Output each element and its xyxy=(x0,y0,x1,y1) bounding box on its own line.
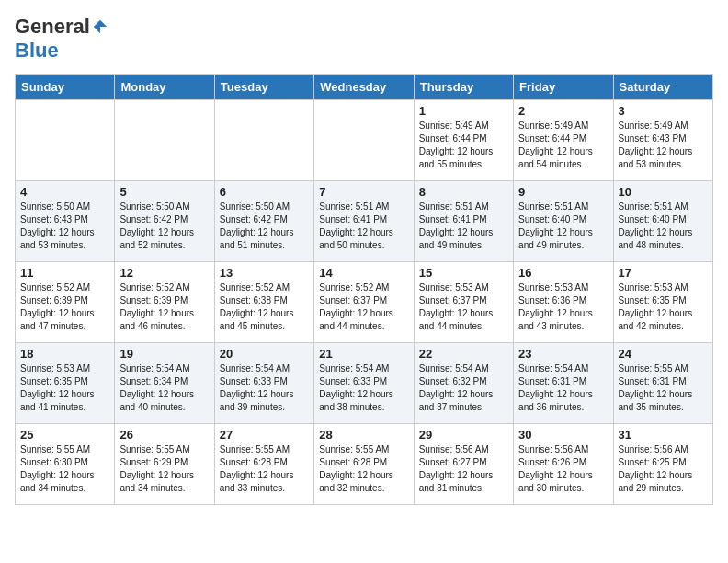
day-number: 1 xyxy=(419,104,508,118)
calendar-cell xyxy=(16,100,115,181)
weekday-header-wednesday: Wednesday xyxy=(314,75,414,100)
day-info: Sunrise: 5:49 AM Sunset: 6:43 PM Dayligh… xyxy=(619,120,708,171)
day-number: 28 xyxy=(319,428,408,442)
weekday-header-sunday: Sunday xyxy=(16,75,115,100)
day-info: Sunrise: 5:55 AM Sunset: 6:31 PM Dayligh… xyxy=(619,362,708,414)
day-info: Sunrise: 5:52 AM Sunset: 6:38 PM Dayligh… xyxy=(220,282,309,333)
day-info: Sunrise: 5:53 AM Sunset: 6:35 PM Dayligh… xyxy=(20,362,109,414)
calendar-cell: 14Sunrise: 5:52 AM Sunset: 6:37 PM Dayli… xyxy=(314,262,414,343)
calendar-cell: 22Sunrise: 5:54 AM Sunset: 6:32 PM Dayli… xyxy=(414,343,513,424)
day-info: Sunrise: 5:55 AM Sunset: 6:30 PM Dayligh… xyxy=(20,443,109,495)
week-row-2: 4Sunrise: 5:50 AM Sunset: 6:43 PM Daylig… xyxy=(16,181,713,262)
logo-icon xyxy=(92,18,108,35)
week-row-5: 25Sunrise: 5:55 AM Sunset: 6:30 PM Dayli… xyxy=(16,424,713,505)
calendar-cell: 2Sunrise: 5:49 AM Sunset: 6:44 PM Daylig… xyxy=(514,100,613,181)
day-info: Sunrise: 5:53 AM Sunset: 6:36 PM Dayligh… xyxy=(518,282,608,333)
day-info: Sunrise: 5:56 AM Sunset: 6:27 PM Dayligh… xyxy=(419,443,508,495)
calendar-cell xyxy=(314,100,414,181)
weekday-header-saturday: Saturday xyxy=(613,75,712,100)
day-info: Sunrise: 5:53 AM Sunset: 6:35 PM Dayligh… xyxy=(619,282,708,333)
day-number: 16 xyxy=(518,266,608,280)
day-number: 22 xyxy=(419,347,508,361)
calendar-cell: 4Sunrise: 5:50 AM Sunset: 6:43 PM Daylig… xyxy=(16,181,115,262)
day-number: 31 xyxy=(619,428,708,442)
calendar-cell: 12Sunrise: 5:52 AM Sunset: 6:39 PM Dayli… xyxy=(115,262,214,343)
calendar-cell: 20Sunrise: 5:54 AM Sunset: 6:33 PM Dayli… xyxy=(214,343,313,424)
calendar-cell: 11Sunrise: 5:52 AM Sunset: 6:39 PM Dayli… xyxy=(16,262,115,343)
day-info: Sunrise: 5:51 AM Sunset: 6:40 PM Dayligh… xyxy=(619,201,708,252)
day-info: Sunrise: 5:49 AM Sunset: 6:44 PM Dayligh… xyxy=(518,120,608,171)
day-info: Sunrise: 5:56 AM Sunset: 6:25 PM Dayligh… xyxy=(619,443,708,495)
day-number: 26 xyxy=(119,428,209,442)
day-number: 29 xyxy=(419,428,508,442)
week-row-4: 18Sunrise: 5:53 AM Sunset: 6:35 PM Dayli… xyxy=(16,343,713,424)
day-number: 11 xyxy=(20,266,109,280)
calendar-table: SundayMondayTuesdayWednesdayThursdayFrid… xyxy=(15,74,713,505)
day-info: Sunrise: 5:52 AM Sunset: 6:39 PM Dayligh… xyxy=(119,282,209,333)
calendar-cell: 8Sunrise: 5:51 AM Sunset: 6:41 PM Daylig… xyxy=(414,181,513,262)
day-number: 19 xyxy=(119,347,209,361)
day-number: 15 xyxy=(419,266,508,280)
day-number: 21 xyxy=(319,347,408,361)
day-info: Sunrise: 5:51 AM Sunset: 6:40 PM Dayligh… xyxy=(518,201,608,252)
calendar-cell: 29Sunrise: 5:56 AM Sunset: 6:27 PM Dayli… xyxy=(414,424,513,505)
calendar-cell xyxy=(115,100,214,181)
calendar-cell: 16Sunrise: 5:53 AM Sunset: 6:36 PM Dayli… xyxy=(514,262,613,343)
calendar-cell: 31Sunrise: 5:56 AM Sunset: 6:25 PM Dayli… xyxy=(613,424,712,505)
calendar-cell: 26Sunrise: 5:55 AM Sunset: 6:29 PM Dayli… xyxy=(115,424,214,505)
calendar-cell: 1Sunrise: 5:49 AM Sunset: 6:44 PM Daylig… xyxy=(414,100,513,181)
day-info: Sunrise: 5:49 AM Sunset: 6:44 PM Dayligh… xyxy=(419,120,508,171)
calendar-cell: 5Sunrise: 5:50 AM Sunset: 6:42 PM Daylig… xyxy=(115,181,214,262)
day-info: Sunrise: 5:52 AM Sunset: 6:39 PM Dayligh… xyxy=(20,282,109,333)
day-number: 10 xyxy=(619,185,708,199)
calendar-cell: 28Sunrise: 5:55 AM Sunset: 6:28 PM Dayli… xyxy=(314,424,414,505)
day-number: 3 xyxy=(619,104,708,118)
calendar-cell: 6Sunrise: 5:50 AM Sunset: 6:42 PM Daylig… xyxy=(214,181,313,262)
day-number: 30 xyxy=(518,428,608,442)
day-number: 6 xyxy=(220,185,309,199)
day-info: Sunrise: 5:53 AM Sunset: 6:37 PM Dayligh… xyxy=(419,282,508,333)
day-number: 23 xyxy=(518,347,608,361)
calendar-cell: 21Sunrise: 5:54 AM Sunset: 6:33 PM Dayli… xyxy=(314,343,414,424)
weekday-header-monday: Monday xyxy=(115,75,214,100)
page-header: General Blue xyxy=(15,15,713,63)
day-info: Sunrise: 5:56 AM Sunset: 6:26 PM Dayligh… xyxy=(518,443,608,495)
calendar-cell: 27Sunrise: 5:55 AM Sunset: 6:28 PM Dayli… xyxy=(214,424,313,505)
calendar-cell: 30Sunrise: 5:56 AM Sunset: 6:26 PM Dayli… xyxy=(514,424,613,505)
weekday-header-row: SundayMondayTuesdayWednesdayThursdayFrid… xyxy=(16,75,713,100)
day-info: Sunrise: 5:51 AM Sunset: 6:41 PM Dayligh… xyxy=(419,201,508,252)
day-number: 13 xyxy=(220,266,309,280)
day-info: Sunrise: 5:51 AM Sunset: 6:41 PM Dayligh… xyxy=(319,201,408,252)
calendar-cell: 13Sunrise: 5:52 AM Sunset: 6:38 PM Dayli… xyxy=(214,262,313,343)
day-info: Sunrise: 5:55 AM Sunset: 6:29 PM Dayligh… xyxy=(119,443,209,495)
day-info: Sunrise: 5:50 AM Sunset: 6:42 PM Dayligh… xyxy=(220,201,309,252)
calendar-cell: 7Sunrise: 5:51 AM Sunset: 6:41 PM Daylig… xyxy=(314,181,414,262)
calendar-cell: 3Sunrise: 5:49 AM Sunset: 6:43 PM Daylig… xyxy=(613,100,712,181)
day-number: 25 xyxy=(20,428,109,442)
day-number: 2 xyxy=(518,104,608,118)
weekday-header-thursday: Thursday xyxy=(414,75,513,100)
day-number: 4 xyxy=(20,185,109,199)
calendar-cell: 17Sunrise: 5:53 AM Sunset: 6:35 PM Dayli… xyxy=(613,262,712,343)
calendar-cell xyxy=(214,100,313,181)
calendar-cell: 10Sunrise: 5:51 AM Sunset: 6:40 PM Dayli… xyxy=(613,181,712,262)
day-number: 5 xyxy=(119,185,209,199)
day-number: 17 xyxy=(619,266,708,280)
day-info: Sunrise: 5:54 AM Sunset: 6:32 PM Dayligh… xyxy=(419,362,508,414)
calendar-cell: 15Sunrise: 5:53 AM Sunset: 6:37 PM Dayli… xyxy=(414,262,513,343)
calendar-cell: 24Sunrise: 5:55 AM Sunset: 6:31 PM Dayli… xyxy=(613,343,712,424)
week-row-3: 11Sunrise: 5:52 AM Sunset: 6:39 PM Dayli… xyxy=(16,262,713,343)
week-row-1: 1Sunrise: 5:49 AM Sunset: 6:44 PM Daylig… xyxy=(16,100,713,181)
day-number: 27 xyxy=(220,428,309,442)
calendar-cell: 19Sunrise: 5:54 AM Sunset: 6:34 PM Dayli… xyxy=(115,343,214,424)
day-number: 18 xyxy=(20,347,109,361)
day-info: Sunrise: 5:54 AM Sunset: 6:31 PM Dayligh… xyxy=(518,362,608,414)
logo-general-text: General xyxy=(15,15,90,39)
day-number: 9 xyxy=(518,185,608,199)
day-info: Sunrise: 5:52 AM Sunset: 6:37 PM Dayligh… xyxy=(319,282,408,333)
day-info: Sunrise: 5:54 AM Sunset: 6:33 PM Dayligh… xyxy=(220,362,309,414)
day-info: Sunrise: 5:54 AM Sunset: 6:34 PM Dayligh… xyxy=(119,362,209,414)
calendar-cell: 18Sunrise: 5:53 AM Sunset: 6:35 PM Dayli… xyxy=(16,343,115,424)
day-number: 20 xyxy=(220,347,309,361)
svg-marker-0 xyxy=(94,20,107,33)
